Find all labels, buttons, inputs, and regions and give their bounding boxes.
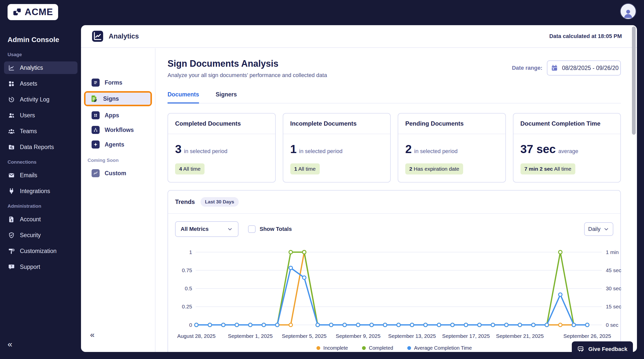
legend-dot (316, 346, 320, 350)
support-chat-icon: ? (8, 264, 15, 270)
svg-text:0 sec: 0 sec (606, 322, 618, 328)
svg-text:1 min: 1 min (606, 249, 619, 255)
svg-text:September 1, 2025: September 1, 2025 (228, 333, 273, 339)
sidebar-item-data-reports[interactable]: Data Reports (4, 141, 77, 153)
sidebar-item-integrations[interactable]: Integrations (4, 185, 77, 197)
sidebar-item-label: Customization (20, 248, 57, 255)
chart-line-icon (8, 64, 15, 71)
sidebar-item-users[interactable]: Users (4, 109, 77, 122)
sidebar-item-label: Integrations (20, 188, 50, 195)
billing-doc-icon: $ (8, 216, 15, 223)
stat-suffix: average (558, 148, 578, 154)
teams-icon (8, 128, 15, 135)
sidebar-section-label: Usage (8, 52, 74, 57)
svg-text:September 21, 2025: September 21, 2025 (496, 333, 544, 339)
user-avatar[interactable] (620, 3, 636, 20)
sidebar-title: Admin Console (8, 36, 59, 44)
tab-documents[interactable]: Documents (168, 91, 199, 103)
svg-text:15 sec: 15 sec (606, 304, 621, 309)
chevron-down-icon (603, 226, 609, 232)
svg-text:45 sec: 45 sec (606, 267, 621, 273)
sidebar-item-label: Data Reports (20, 144, 54, 151)
legend-item-incomplete: Incomplete (316, 345, 348, 351)
sidebar-section-label: Connections (8, 159, 74, 165)
sidebar-item-label: Users (20, 112, 35, 119)
interval-select[interactable]: Daily (584, 222, 613, 236)
metrics-select-value: All Metrics (181, 226, 209, 232)
chevron-down-icon (227, 226, 233, 232)
stat-card-incomplete-documents: Incomplete Documents 1in selected period… (283, 113, 391, 183)
trends-card: Trends Last 30 Days All Metrics Show Tot… (168, 190, 621, 352)
legend-dot (407, 346, 411, 350)
stat-card-title: Incomplete Documents (283, 114, 390, 134)
sidebar-item-support[interactable]: ?Support (4, 261, 77, 273)
show-totals-checkbox[interactable] (248, 225, 256, 233)
stat-badge: 7 min 2 sec All time (520, 163, 576, 174)
users-icon (8, 112, 15, 119)
svg-text:September 17, 2025: September 17, 2025 (442, 333, 490, 339)
stat-card-title: Pending Documents (398, 114, 505, 134)
stat-card-pending-documents: Pending Documents 2in selected period 2 … (398, 113, 506, 183)
plug-icon (8, 188, 15, 195)
metrics-select[interactable]: All Metrics (175, 221, 238, 237)
svg-text:0.5: 0.5 (185, 285, 192, 291)
shield-check-icon (8, 232, 15, 239)
brand-name: ACME (25, 7, 53, 17)
feedback-icon (577, 345, 585, 353)
stat-card-document-completion-time: Document Completion Time 37 secaverage 7… (513, 113, 621, 183)
stat-card-completed-documents: Completed Documents 3in selected period … (168, 113, 276, 183)
activity-history-icon (8, 96, 15, 103)
stat-badge: 4 All time (175, 163, 205, 174)
sidebar-item-activity-log[interactable]: Activity Log (4, 93, 77, 106)
svg-text:0: 0 (189, 322, 192, 328)
legend-dot (362, 346, 366, 350)
brand-logo[interactable]: ACME (8, 4, 58, 20)
sidebar-collapse-button[interactable]: « (8, 339, 12, 349)
date-range-label: Date range: (512, 65, 542, 71)
show-totals-label: Show Totals (260, 226, 292, 232)
date-range-button[interactable]: 08/28/2025 - 09/26/20 (547, 60, 621, 76)
stat-value: 2 (405, 142, 412, 156)
svg-text:?: ? (11, 265, 12, 268)
panel-title: Analytics (109, 32, 139, 40)
assets-grid-icon (8, 80, 15, 87)
sidebar-item-analytics[interactable]: Analytics (4, 61, 77, 74)
sidebar-item-label: Security (20, 232, 41, 239)
svg-text:September 9, 2025: September 9, 2025 (336, 333, 381, 339)
date-range-value: 08/28/2025 - 09/26/20 (562, 65, 619, 71)
trends-title: Trends (175, 198, 195, 205)
legend-item-completed: Completed (362, 345, 393, 351)
svg-text:August 28, 2025: August 28, 2025 (177, 333, 215, 339)
stat-value: 1 (290, 142, 297, 156)
paint-roller-icon (8, 248, 15, 255)
sidebar-item-customization[interactable]: Customization (4, 245, 77, 257)
stat-cards-row: Completed Documents 3in selected period … (168, 113, 621, 183)
svg-text:30 sec: 30 sec (606, 285, 621, 291)
data-calculated-status: Data calculated at 18:05 PM (549, 33, 622, 40)
sidebar-nav: Usage Analytics Assets Activity Log User… (4, 52, 77, 276)
page-title: Sign Documents Analysis (168, 58, 327, 69)
stat-card-title: Document Completion Time (513, 114, 621, 134)
legend-label: Average Completion Time (414, 345, 472, 351)
sidebar-item-assets[interactable]: Assets (4, 77, 77, 90)
svg-text:0.25: 0.25 (182, 304, 192, 309)
stat-value: 37 sec (520, 142, 556, 156)
sidebar-item-account[interactable]: $Account (4, 213, 77, 226)
svg-text:0.75: 0.75 (182, 267, 192, 273)
sidebar-item-security[interactable]: Security (4, 229, 77, 241)
content-area: Sign Documents Analysis Analyze your all… (81, 48, 637, 352)
folder-search-icon (8, 144, 15, 151)
tab-signers[interactable]: Signers (216, 91, 237, 103)
stat-card-title: Completed Documents (168, 114, 275, 134)
stat-badge: 2 Has expiration date (405, 163, 463, 174)
sidebar-item-teams[interactable]: Teams (4, 125, 77, 137)
scrollbar-thumb[interactable] (632, 26, 636, 135)
stat-badge: 1 All time (290, 163, 320, 174)
logo-squares-icon (13, 7, 22, 17)
stat-value: 3 (175, 142, 182, 156)
sidebar-item-emails[interactable]: Emails (4, 169, 77, 182)
legend-item-average-completion-time: Average Completion Time (407, 345, 472, 351)
give-feedback-button[interactable]: Give Feedback (572, 341, 633, 357)
sidebar-item-label: Support (20, 264, 40, 270)
sidebar-item-label: Emails (20, 172, 37, 179)
